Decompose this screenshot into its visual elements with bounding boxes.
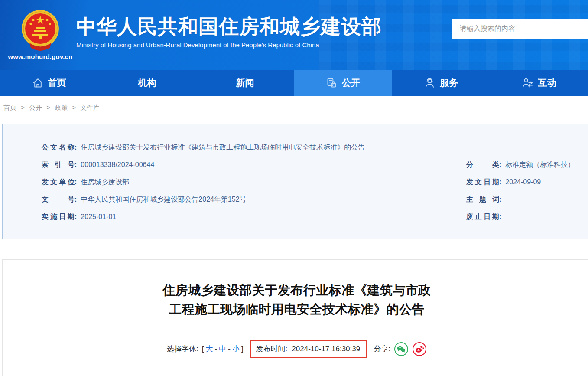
weibo-share-icon[interactable] <box>412 342 427 356</box>
field-label-issue-date: 发文日期 <box>466 173 499 191</box>
font-size-large-link[interactable]: 大 <box>206 344 213 354</box>
font-size-small-link[interactable]: 小 <box>232 344 240 354</box>
breadcrumb-disclosure[interactable]: 公开 <box>29 104 42 111</box>
dash: - <box>228 345 231 353</box>
breadcrumb-policy[interactable]: 政策 <box>55 104 68 111</box>
field-label-issuing-unit: 发文单位 <box>42 173 75 191</box>
breadcrumb-separator: > <box>46 104 50 111</box>
meta-row: 实施日期:2025-01-01 废止日期: <box>42 208 588 226</box>
field-label-repeal-date: 废止日期 <box>466 208 499 226</box>
share-label: 分享: <box>374 344 390 354</box>
article-meta-row: 选择字体: [ 大 - 中 - 小 ] 发布时间: 2024-10-17 16:… <box>3 340 588 358</box>
site-header: www.mohurd.gov.cn 中华人民共和国住房和城乡建设部 Minist… <box>0 0 588 70</box>
field-value-doc-number: 中华人民共和国住房和城乡建设部公告2024年第152号 <box>81 196 246 203</box>
field-value-doc-name: 住房城乡建设部关于发布行业标准《建筑与市政工程施工现场临时用电安全技术标准》的公… <box>81 144 365 151</box>
site-title: 中华人民共和国住房和城乡建设部 <box>76 15 382 39</box>
field-label-doc-number: 文号 <box>42 191 75 208</box>
nav-item-news[interactable]: 新闻 <box>196 70 294 96</box>
meta-row: 文号:中华人民共和国住房和城乡建设部公告2024年第152号 主题词: <box>42 191 588 208</box>
breadcrumb: 首页 > 公开 > 政策 > 文件库 <box>0 96 588 112</box>
interaction-icon <box>522 77 533 89</box>
nav-item-orgs[interactable]: 机构 <box>98 70 196 96</box>
nav-item-label: 机构 <box>138 77 156 89</box>
nav-item-interaction[interactable]: 互动 <box>490 70 588 96</box>
nav-item-label: 首页 <box>48 77 66 89</box>
field-label-index-no: 索引号 <box>42 156 75 173</box>
bracket-close: ] <box>241 345 244 353</box>
field-label-subject-words: 主题词 <box>466 191 499 208</box>
document-meta-card: 公文名称:住房城乡建设部关于发布行业标准《建筑与市政工程施工现场临时用电安全技术… <box>2 124 588 239</box>
breadcrumb-separator: > <box>72 104 76 111</box>
font-select-label: 选择字体: <box>167 344 198 354</box>
field-value-effective-date: 2025-01-01 <box>81 213 116 220</box>
meta-row: 发文单位:住房城乡建设部 发文日期:2024-09-09 <box>42 173 588 191</box>
document-lock-icon <box>326 77 338 89</box>
font-size-selector: 选择字体: [ 大 - 中 - 小 ] <box>167 344 244 354</box>
field-value-issuing-unit: 住房城乡建设部 <box>81 178 129 186</box>
article-card: 住房城乡建设部关于发布行业标准《建筑与市政 工程施工现场临时用电安全技术标准》的… <box>2 259 588 376</box>
publish-time-value: 2024-10-17 16:30:39 <box>292 345 360 353</box>
wechat-share-icon[interactable] <box>394 342 409 356</box>
nav-item-label: 新闻 <box>236 77 254 89</box>
nav-item-home[interactable]: 首页 <box>0 70 98 96</box>
nav-item-label: 互动 <box>538 77 556 89</box>
site-title-block: 中华人民共和国住房和城乡建设部 Ministry of Housing and … <box>76 15 382 49</box>
field-value-issue-date: 2024-09-09 <box>505 178 541 186</box>
field-label-effective-date: 实施日期 <box>42 208 75 226</box>
meta-row-name: 公文名称:住房城乡建设部关于发布行业标准《建筑与市政工程施工现场临时用电安全技术… <box>42 139 588 156</box>
document-title-line1: 住房城乡建设部关于发布行业标准《建筑与市政 <box>162 283 431 297</box>
breadcrumb-library[interactable]: 文件库 <box>80 104 100 111</box>
site-logo[interactable]: www.mohurd.gov.cn <box>8 10 73 60</box>
nav-item-services[interactable]: 服务 <box>392 70 490 96</box>
nav-item-disclosure[interactable]: 公开 <box>294 70 392 96</box>
field-label-doc-name: 公文名称 <box>42 139 75 156</box>
breadcrumb-separator: > <box>21 104 25 111</box>
share-row: 分享: <box>374 342 427 356</box>
breadcrumb-home[interactable]: 首页 <box>3 104 16 111</box>
publish-time-label: 发布时间: <box>256 344 288 354</box>
document-title: 住房城乡建设部关于发布行业标准《建筑与市政 工程施工现场临时用电安全技术标准》的… <box>3 281 588 319</box>
publish-time-highlight-box: 发布时间: 2024-10-17 16:30:39 <box>250 340 368 358</box>
search-input[interactable] <box>452 19 588 39</box>
main-nav: 首页 机构 新闻 公开 服务 互动 <box>0 70 588 96</box>
dash: - <box>215 345 218 353</box>
bracket-open: [ <box>202 345 204 353</box>
font-size-medium-link[interactable]: 中 <box>219 344 226 354</box>
field-value-index-no: 000013338/2024-00644 <box>81 161 154 168</box>
site-url: www.mohurd.gov.cn <box>8 53 73 60</box>
site-subtitle: Ministry of Housing and Urban-Rural Deve… <box>76 41 382 49</box>
title-divider <box>33 332 561 332</box>
national-emblem-icon <box>20 10 60 51</box>
nav-item-label: 服务 <box>440 77 458 89</box>
service-agent-icon <box>424 77 435 89</box>
nav-item-label: 公开 <box>342 77 360 89</box>
meta-row: 索引号:000013338/2024-00644 分类:标准定额（标准科技） <box>42 156 588 173</box>
document-title-line2: 工程施工现场临时用电安全技术标准》的公告 <box>169 302 425 316</box>
home-icon <box>32 77 44 89</box>
field-value-category: 标准定额（标准科技） <box>505 161 575 168</box>
field-label-category: 分类 <box>466 156 499 173</box>
